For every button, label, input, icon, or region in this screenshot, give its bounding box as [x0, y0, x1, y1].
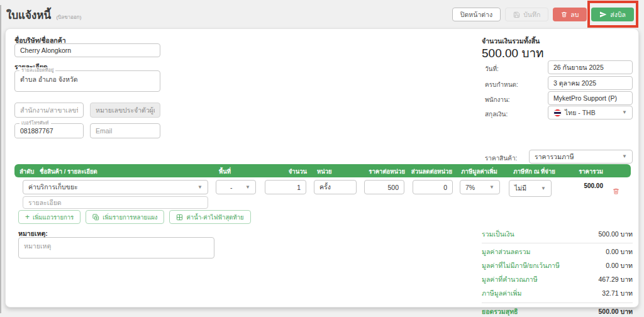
qty-input[interactable] [265, 180, 306, 194]
topbar: ใบแจ้งหนี้ (บิลขาออก) ปิดหน้าต่าง บันทึก… [6, 4, 639, 28]
table-actions: + เพิ่มแถวรายการ เพิ่มรายการหลายแผง ค่าน… [18, 210, 251, 224]
chevron-down-icon: ▼ [245, 185, 250, 190]
summary-net-value: 500.00 บาท [598, 306, 633, 317]
staff-label: พนักงาน: [485, 95, 510, 104]
currency-select[interactable]: ไทย - THB ▼ [548, 106, 633, 120]
add-multi-stall-button[interactable]: เพิ่มรายการหลายแผง [86, 210, 164, 224]
page-title-wrap: ใบแจ้งหนี้ (บิลขาออก) [6, 4, 81, 23]
add-row-button[interactable]: + เพิ่มแถวรายการ [18, 210, 80, 224]
table-grid-icon [176, 214, 183, 221]
thai-flag-icon [553, 109, 562, 117]
price-type-select[interactable]: ราคารวมภาษี ▼ [529, 150, 633, 164]
delete-label: ลบ [570, 9, 579, 20]
summary-value: 0.00 บาท [606, 247, 633, 257]
wht-select[interactable]: ไม่มี ▼ [509, 180, 552, 197]
send-icon [599, 11, 607, 18]
col-qty: จำนวน [275, 167, 307, 176]
summary-label: มูลค่าที่คำนวณภาษี [482, 274, 538, 285]
price-type-value: ราคารวมภาษี [535, 152, 574, 162]
page-title-suffix: (บิลขาออก) [57, 14, 82, 20]
col-vat: ภาษีมูลค่าเพิ่ม [455, 167, 504, 176]
send-label: ส่งบิล [610, 9, 626, 20]
copy-plus-icon [92, 214, 99, 221]
summary-net-label: ยอดรวมสุทธิ [482, 306, 518, 317]
save-label: บันทึก [523, 9, 540, 20]
due-date-label: ครบกำหนด: [485, 80, 518, 89]
phone-field[interactable]: เบอร์โทรศัพท์ [14, 123, 84, 138]
date-input[interactable] [548, 60, 633, 74]
summary-value: 32.71 บาท [602, 288, 633, 299]
email-input[interactable] [90, 123, 160, 138]
product-select[interactable]: ค่าบริการเก็บขยะ ▼ [23, 180, 208, 194]
utilities-button[interactable]: ค่าน้ำ-ค่าไฟฟ้าสุดท้าย [169, 210, 250, 224]
summary-label: รวมเป็นเงิน [482, 229, 514, 240]
trash-icon [561, 11, 567, 18]
summary: รวมเป็นเงิน 500.00 บาท มูลค่าส่วนลดรวม 0… [482, 227, 633, 317]
address-floating-label: รายละเอียดที่อยู่ [19, 67, 55, 74]
chevron-down-icon: ▼ [489, 185, 494, 190]
price-type-label: ราคาสินค้า: [485, 153, 517, 163]
col-area: พื้นที่ [219, 167, 231, 176]
add-multi-stall-label: เพิ่มรายการหลายแผง [103, 213, 157, 222]
discount-input[interactable] [413, 180, 453, 194]
col-unit: หน่วย [317, 167, 332, 176]
col-index: ลำดับ [19, 167, 34, 176]
summary-value: 0.00 บาท [606, 260, 633, 271]
vat-select[interactable]: 7% ▼ [460, 180, 500, 194]
summary-row: มูลค่าที่คำนวณภาษี 467.29 บาท [482, 273, 633, 287]
send-button-wrap: ส่งบิล [591, 8, 634, 21]
summary-row: มูลค่าส่วนลดรวม 0.00 บาท [482, 245, 633, 259]
summary-net-row: ยอดรวมสุทธิ 500.00 บาท [482, 303, 633, 317]
branch-input[interactable] [14, 103, 84, 118]
summary-value: 467.29 บาท [598, 274, 633, 285]
send-bill-button[interactable]: ส่งบิล [591, 8, 634, 21]
invoice-page: ใบแจ้งหนี้ (บิลขาออก) ปิดหน้าต่าง บันทึก… [0, 0, 644, 317]
area-value: - [221, 184, 233, 191]
col-wht: ภาษีหัก ณ ที่จ่าย [504, 167, 565, 176]
summary-row: ภาษีมูลค่าเพิ่ม 32.71 บาท [482, 287, 633, 301]
window-edge [0, 5, 1, 313]
col-unit-price: ราคาต่อหน่วย [361, 167, 405, 176]
vat-value: 7% [465, 184, 475, 191]
note-textarea[interactable] [18, 237, 214, 259]
customer-name-input[interactable] [14, 43, 160, 57]
col-discount: ส่วนลดต่อหน่วย [402, 167, 452, 176]
col-total: ราคารวม [572, 167, 603, 176]
row-delete-icon[interactable] [613, 186, 619, 197]
summary-row: มูลค่าที่ไม่มีภาษี/ยกเว้นภาษี 0.00 บาท [482, 259, 633, 273]
unit-price-input[interactable] [364, 180, 404, 194]
due-date-input[interactable] [548, 76, 633, 90]
summary-label: มูลค่าส่วนลดรวม [482, 247, 530, 257]
close-window-button[interactable]: ปิดหน้าต่าง [452, 8, 501, 21]
invoice-card: ชื่อบริษัท/ชื่อลูกค้า รายละเอียด รายละเอ… [5, 28, 639, 308]
summary-label: ภาษีมูลค่าเพิ่ม [482, 288, 521, 299]
save-button[interactable]: บันทึก [505, 8, 548, 21]
chevron-down-icon: ▼ [622, 110, 627, 115]
summary-row: รวมเป็นเงิน 500.00 บาท [482, 227, 633, 243]
product-value: ค่าบริการเก็บขยะ [28, 182, 78, 192]
address-textarea[interactable]: รายละเอียดที่อยู่ ตำบล อำเภอ จังหวัด [14, 70, 160, 92]
phone-floating-label: เบอร์โทรศัพท์ [19, 120, 51, 127]
delete-button[interactable]: ลบ [553, 8, 587, 21]
grand-total-value: 500.00 บาท [482, 43, 544, 62]
add-row-label: เพิ่มแถวรายการ [33, 213, 74, 222]
plus-icon: + [25, 213, 30, 221]
utilities-label: ค่าน้ำ-ค่าไฟฟ้าสุดท้าย [186, 213, 243, 222]
row-detail-input[interactable] [23, 196, 208, 209]
save-icon [513, 11, 520, 18]
items-table-header: ลำดับ ชื่อสินค้า / รายละเอียด พื้นที่ จำ… [14, 164, 631, 177]
chevron-down-icon: ▼ [197, 185, 203, 190]
currency-label: สกุลเงิน: [485, 109, 508, 119]
toolbar-actions: ปิดหน้าต่าง บันทึก ลบ ส่งบิล [452, 4, 639, 21]
tax-id-input[interactable] [90, 103, 160, 118]
wht-value: ไม่มี [514, 183, 526, 194]
staff-input[interactable] [548, 91, 633, 105]
unit-input[interactable] [314, 180, 357, 194]
col-product: ชื่อสินค้า / รายละเอียด [40, 167, 97, 176]
area-select[interactable]: - ▼ [216, 180, 256, 194]
page-title: ใบแจ้งหนี้ [6, 9, 51, 21]
currency-value: ไทย - THB [565, 108, 596, 118]
chevron-down-icon: ▼ [541, 186, 546, 191]
date-label: วันที่: [485, 64, 499, 74]
summary-value: 500.00 บาท [598, 229, 633, 240]
